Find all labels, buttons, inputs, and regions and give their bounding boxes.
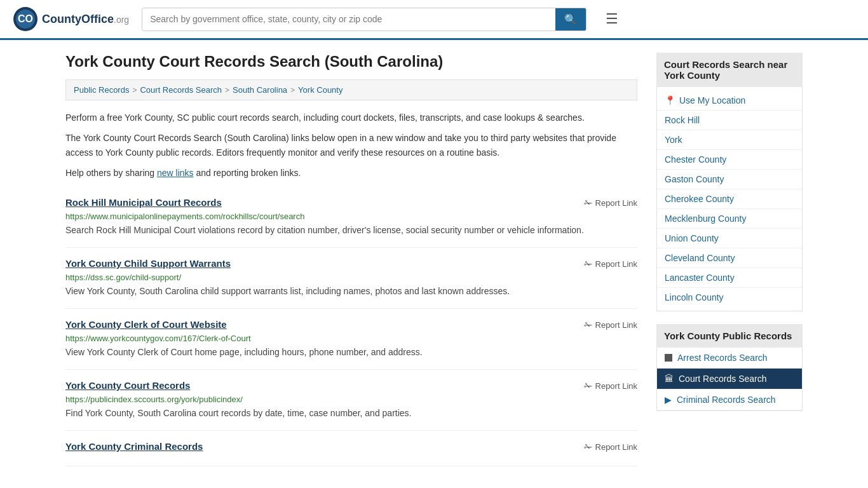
record-header-4: York County Court Records ✁ Report Link (65, 380, 637, 392)
records-list: Rock Hill Municipal Court Records ✁ Repo… (65, 187, 637, 466)
criminal-records-label: Criminal Records Search (677, 395, 776, 405)
page-title: York County Court Records Search (South … (65, 53, 637, 71)
sidebar-link-mecklenburg-county[interactable]: Mecklenburg County (657, 209, 802, 229)
breadcrumb-sep-1: > (132, 86, 137, 95)
record-item-5: York County Criminal Records ✁ Report Li… (65, 431, 637, 466)
record-header-3: York County Clerk of Court Website ✁ Rep… (65, 319, 637, 331)
record-title-5[interactable]: York County Criminal Records (65, 441, 203, 452)
record-url-1[interactable]: https://www.municipalonlinepayments.com/… (65, 212, 637, 221)
search-button[interactable]: 🔍 (555, 8, 586, 30)
record-title-4[interactable]: York County Court Records (65, 380, 190, 391)
scissors-icon-5: ✁ (584, 441, 592, 453)
record-url-3[interactable]: https://www.yorkcountygov.com/167/Clerk-… (65, 334, 637, 343)
description-3-post: and reporting broken links. (194, 168, 301, 178)
record-header-1: Rock Hill Municipal Court Records ✁ Repo… (65, 197, 637, 209)
report-label-3: Report Link (595, 320, 637, 330)
arrest-records-icon (665, 354, 672, 362)
description-3: Help others by sharing new links and rep… (65, 166, 637, 180)
report-link-5[interactable]: ✁ Report Link (584, 441, 637, 453)
sidebar-link-lincoln-county[interactable]: Lincoln County (657, 288, 802, 307)
search-bar: 🔍 (142, 8, 587, 31)
record-item-1: Rock Hill Municipal Court Records ✁ Repo… (65, 187, 637, 248)
record-header-2: York County Child Support Warrants ✁ Rep… (65, 258, 637, 270)
breadcrumb: Public Records > Court Records Search > … (65, 79, 637, 100)
use-my-location[interactable]: 📍 Use My Location (657, 91, 802, 111)
pub-rec-arrest-records[interactable]: Arrest Records Search (657, 348, 802, 369)
new-links-link[interactable]: new links (157, 168, 194, 178)
breadcrumb-sep-3: > (290, 86, 295, 95)
sidebar: Court Records Search near York County 📍 … (656, 53, 803, 466)
sidebar-link-rock-hill[interactable]: Rock Hill (657, 111, 802, 130)
report-label-5: Report Link (595, 442, 637, 452)
record-item-4: York County Court Records ✁ Report Link … (65, 370, 637, 431)
search-input[interactable] (142, 9, 555, 29)
record-title-1[interactable]: Rock Hill Municipal Court Records (65, 197, 222, 208)
scissors-icon-4: ✁ (584, 380, 592, 392)
sidebar-link-chester-county[interactable]: Chester County (657, 150, 802, 170)
record-desc-1: Search Rock Hill Municipal Court violati… (65, 224, 637, 237)
sidebar-link-cleveland-county[interactable]: Cleveland County (657, 248, 802, 268)
record-item-3: York County Clerk of Court Website ✁ Rep… (65, 309, 637, 370)
record-url-4[interactable]: https://publicindex.sccourts.org/york/pu… (65, 395, 637, 404)
pub-rec-criminal-records[interactable]: ▶ Criminal Records Search (657, 390, 802, 410)
description-2: The York County Court Records Search (So… (65, 131, 637, 159)
report-link-4[interactable]: ✁ Report Link (584, 380, 637, 392)
report-label-2: Report Link (595, 259, 637, 269)
report-label-4: Report Link (595, 381, 637, 391)
sidebar-link-gaston-county[interactable]: Gaston County (657, 170, 802, 189)
sidebar-link-cherokee-county[interactable]: Cherokee County (657, 189, 802, 209)
menu-button[interactable]: ☰ (606, 11, 618, 27)
sidebar-link-lancaster-county[interactable]: Lancaster County (657, 268, 802, 288)
report-link-1[interactable]: ✁ Report Link (584, 197, 637, 209)
report-link-3[interactable]: ✁ Report Link (584, 319, 637, 331)
breadcrumb-court-records-search[interactable]: Court Records Search (140, 85, 222, 95)
arrest-records-label: Arrest Records Search (677, 353, 768, 363)
record-title-2[interactable]: York County Child Support Warrants (65, 258, 231, 269)
description-3-pre: Help others by sharing (65, 168, 157, 178)
sidebar-link-union-county[interactable]: Union County (657, 229, 802, 248)
description-1: Perform a free York County, SC public co… (65, 111, 637, 125)
court-records-icon: 🏛 (665, 374, 674, 384)
logo-text: CountyOffice.org (42, 13, 129, 26)
report-label-1: Report Link (595, 198, 637, 208)
content-area: York County Court Records Search (South … (65, 53, 637, 466)
sidebar-link-york[interactable]: York (657, 130, 802, 150)
record-item-2: York County Child Support Warrants ✁ Rep… (65, 248, 637, 309)
pin-icon: 📍 (665, 95, 675, 105)
record-header-5: York County Criminal Records ✁ Report Li… (65, 441, 637, 453)
logo-icon: CO (13, 6, 38, 32)
scissors-icon-2: ✁ (584, 258, 592, 270)
site-header: CO CountyOffice.org 🔍 ☰ (0, 0, 868, 40)
report-link-2[interactable]: ✁ Report Link (584, 258, 637, 270)
record-url-2[interactable]: https://dss.sc.gov/child-support/ (65, 273, 637, 282)
breadcrumb-york-county[interactable]: York County (298, 85, 342, 95)
sidebar-nearby-links: 📍 Use My Location Rock Hill York Chester… (656, 87, 803, 311)
main-container: York County Court Records Search (South … (53, 40, 815, 479)
record-desc-4: Find York County, South Carolina court r… (65, 407, 637, 420)
sidebar-nearby-header: Court Records Search near York County (656, 53, 803, 87)
criminal-records-icon: ▶ (665, 395, 672, 405)
public-records-section: York County Public Records Arrest Record… (656, 324, 803, 411)
sidebar-public-records-header: York County Public Records (656, 324, 803, 348)
breadcrumb-public-records[interactable]: Public Records (74, 85, 129, 95)
pub-rec-court-records[interactable]: 🏛 Court Records Search (657, 369, 802, 390)
record-desc-2: View York County, South Carolina child s… (65, 285, 637, 298)
svg-text:CO: CO (18, 13, 33, 24)
court-records-label: Court Records Search (679, 374, 767, 384)
record-desc-3: View York County Clerk of Court home pag… (65, 346, 637, 359)
scissors-icon-3: ✁ (584, 319, 592, 331)
scissors-icon-1: ✁ (584, 197, 592, 209)
public-records-list: Arrest Records Search 🏛 Court Records Se… (656, 348, 803, 411)
logo-area: CO CountyOffice.org (13, 6, 129, 32)
breadcrumb-south-carolina[interactable]: South Carolina (233, 85, 287, 95)
use-my-location-label: Use My Location (679, 95, 745, 105)
breadcrumb-sep-2: > (225, 86, 229, 95)
record-title-3[interactable]: York County Clerk of Court Website (65, 319, 227, 330)
